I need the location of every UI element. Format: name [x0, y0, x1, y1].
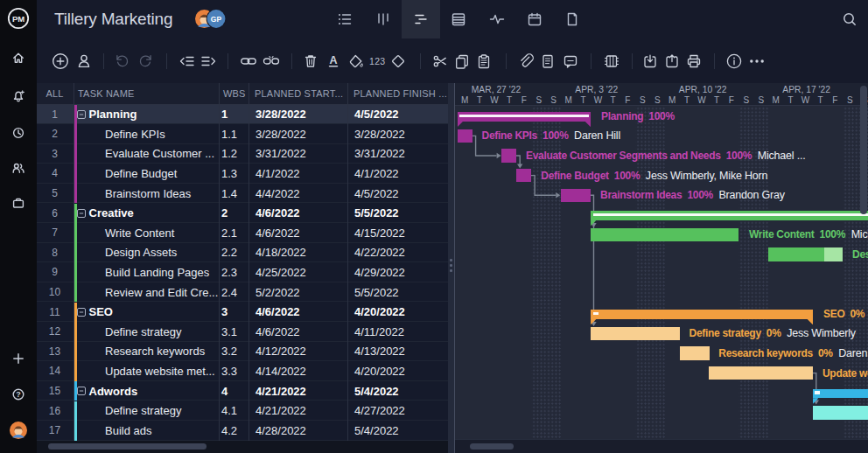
- svg-text:?: ?: [16, 390, 21, 399]
- svg-text:GP: GP: [211, 15, 222, 24]
- svg-text:A: A: [329, 54, 337, 66]
- svg-text:PM: PM: [12, 14, 24, 24]
